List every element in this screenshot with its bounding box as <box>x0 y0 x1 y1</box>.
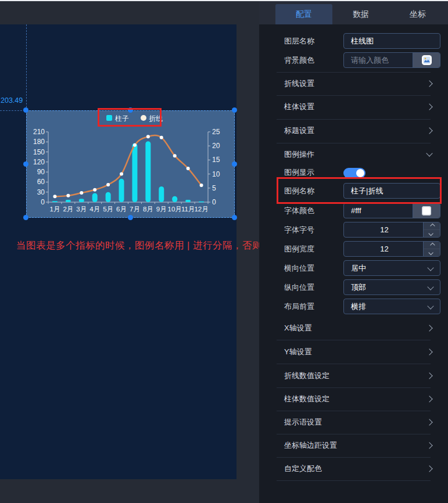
divider <box>277 95 431 96</box>
legend-name-label: 图例名称 <box>284 183 314 199</box>
divider <box>277 480 431 481</box>
svg-text:90: 90 <box>37 168 45 176</box>
chevron-right-icon <box>426 348 432 355</box>
svg-text:0: 0 <box>41 198 45 206</box>
v-position-label: 纵向位置 <box>284 279 314 295</box>
section-title-settings[interactable]: 标题设置 <box>259 124 448 138</box>
select-value: 居中 <box>351 261 366 275</box>
section-x-axis[interactable]: X轴设置 <box>259 321 448 335</box>
section-line-settings[interactable]: 折线设置 <box>259 77 448 91</box>
position-readout: 203.49 <box>1 96 23 105</box>
divider <box>277 411 431 411</box>
svg-text:8月: 8月 <box>143 206 153 213</box>
tab-config[interactable]: 配置 <box>275 4 332 24</box>
selection-handle-w[interactable] <box>23 161 28 167</box>
svg-text:120: 120 <box>33 158 45 166</box>
section-label: X轴设置 <box>284 321 312 335</box>
legend-width-input[interactable] <box>344 242 425 256</box>
selection-handle-nw[interactable] <box>23 107 28 113</box>
stepper-down-button[interactable] <box>424 229 440 237</box>
bar-line-chart-widget[interactable]: 030609012015018021005101520251月2月3月4月5月6… <box>26 110 235 218</box>
section-label: Y轴设置 <box>284 345 312 359</box>
legend-name-input[interactable] <box>344 184 440 198</box>
bg-color-input[interactable] <box>344 53 413 67</box>
selection-handle-n[interactable] <box>128 107 133 113</box>
chevron-right-icon <box>426 419 432 425</box>
section-label: 图例操作 <box>284 148 314 161</box>
section-tooltip[interactable]: 提示语设置 <box>259 415 448 429</box>
section-axis-margin[interactable]: 坐标轴边距设置 <box>259 439 448 452</box>
section-bar-value[interactable]: 柱体数值设定 <box>259 392 448 406</box>
stepper-up-button[interactable] <box>424 242 440 249</box>
chevron-right-icon <box>426 442 432 448</box>
select-value: 横排 <box>351 299 366 314</box>
select-value: 顶部 <box>351 280 366 294</box>
left-axis-labels: 0306090120150180210 <box>33 128 45 206</box>
svg-text:9月: 9月 <box>156 206 167 213</box>
svg-text:11月: 11月 <box>181 206 195 213</box>
stepper-down-button[interactable] <box>424 249 440 256</box>
svg-text:0: 0 <box>212 198 216 206</box>
layer-name-input[interactable] <box>344 34 440 48</box>
section-bar-settings[interactable]: 柱体设置 <box>259 100 448 114</box>
h-position-label: 横向位置 <box>284 260 314 276</box>
selection-handle-sw[interactable] <box>23 215 28 220</box>
color-picker-button[interactable] <box>413 53 440 67</box>
svg-text:150: 150 <box>33 148 45 156</box>
svg-text:10: 10 <box>212 170 220 178</box>
divider <box>277 387 431 388</box>
x-axis-labels: 1月2月3月4月5月6月7月8月9月10月11月12月 <box>50 206 209 213</box>
selection-handle-e[interactable] <box>232 161 237 167</box>
svg-text:柱子: 柱子 <box>114 114 129 123</box>
v-position-select[interactable]: 顶部 <box>343 279 440 295</box>
bg-color-label: 背景颜色 <box>284 52 314 68</box>
layout-front-select[interactable]: 横排 <box>343 299 440 314</box>
font-size-input[interactable] <box>344 222 425 237</box>
section-label: 折线数值设定 <box>284 369 329 383</box>
section-label: 柱体数值设定 <box>284 392 329 406</box>
svg-text:30: 30 <box>37 188 45 196</box>
tab-coordinate[interactable]: 坐标 <box>389 4 446 24</box>
chevron-right-icon <box>426 465 432 472</box>
section-custom-color[interactable]: 自定义配色 <box>259 462 448 476</box>
chevron-right-icon <box>426 396 432 402</box>
layer-name-label: 图层名称 <box>284 33 314 49</box>
window-top-edge <box>0 0 448 1</box>
bar-series <box>52 141 204 202</box>
section-line-value[interactable]: 折线数值设定 <box>259 369 448 383</box>
font-color-label: 字体颜色 <box>284 203 314 218</box>
layer-name-field-wrap <box>343 33 440 49</box>
chevron-down-icon <box>427 303 433 309</box>
legend-show-label: 图例显示 <box>284 166 314 179</box>
axes <box>46 132 210 204</box>
divider <box>277 119 431 120</box>
h-position-select[interactable]: 居中 <box>343 260 440 276</box>
svg-text:20: 20 <box>212 142 220 150</box>
chevron-up-icon <box>430 224 435 228</box>
font-size-label: 字体字号 <box>284 222 314 238</box>
selection-handle-se[interactable] <box>232 215 237 220</box>
chevron-right-icon <box>426 325 432 331</box>
selection-handle-ne[interactable] <box>232 107 237 113</box>
toggle-knob <box>356 169 364 177</box>
chevron-down-icon <box>427 264 433 271</box>
svg-text:7月: 7月 <box>130 206 140 213</box>
divider <box>277 434 431 434</box>
legend-width-field-wrap <box>343 241 440 257</box>
svg-text:180: 180 <box>33 138 45 146</box>
design-canvas[interactable]: 203.49 030609012015018021005101520251月2月… <box>0 24 236 479</box>
section-legend-settings[interactable]: 图例操作 <box>259 148 448 161</box>
section-y-axis[interactable]: Y轴设置 <box>259 345 448 359</box>
svg-text:1月: 1月 <box>50 206 60 213</box>
svg-text:3月: 3月 <box>76 206 87 213</box>
selection-handle-s[interactable] <box>128 215 133 220</box>
legend-show-toggle[interactable] <box>343 168 365 178</box>
font-color-swatch-button[interactable] <box>413 203 440 218</box>
divider <box>277 457 431 458</box>
tab-data[interactable]: 数据 <box>332 4 389 24</box>
stepper-up-button[interactable] <box>424 222 440 229</box>
svg-text:6月: 6月 <box>116 206 127 213</box>
font-color-input[interactable] <box>344 203 413 218</box>
divider <box>277 143 431 143</box>
chevron-right-icon <box>426 372 432 379</box>
